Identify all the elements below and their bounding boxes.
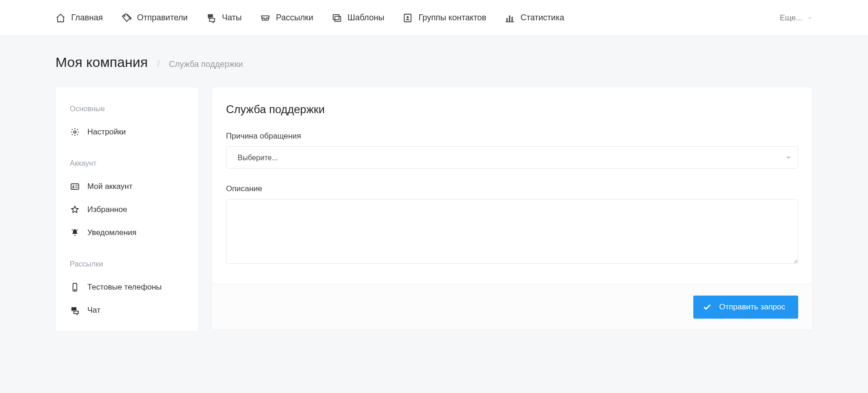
home-icon [55, 13, 66, 23]
svg-point-0 [124, 15, 125, 16]
nav-more[interactable]: Еще... [780, 13, 813, 23]
sidebar-item-chat[interactable]: Чат [56, 299, 198, 322]
svg-rect-10 [71, 184, 79, 189]
sidebar-item-test-phones[interactable]: Тестовые телефоны [56, 276, 198, 299]
sidebar-item-label: Настройки [87, 127, 126, 137]
sidebar-item-label: Тестовые телефоны [87, 283, 162, 292]
top-nav: Главная Отправители Чаты Рассылки Шаблон [55, 13, 564, 23]
sidebar-item-notifications[interactable]: Уведомления [56, 221, 198, 244]
nav-label: Главная [71, 13, 103, 23]
description-textarea[interactable] [226, 199, 798, 264]
sidebar-section-main: Основные [56, 100, 198, 121]
layout: Основные Настройки Аккаунт Мой аккаунт [55, 87, 813, 332]
nav-chats[interactable]: Чаты [206, 13, 242, 23]
bell-icon [70, 228, 80, 238]
sidebar-item-label: Уведомления [87, 228, 136, 237]
content-footer: Отправить запрос [212, 284, 812, 330]
content-title: Служба поддержки [226, 103, 798, 116]
svg-rect-13 [75, 187, 78, 187]
svg-point-4 [407, 16, 409, 18]
nav-label: Шаблоны [348, 13, 385, 23]
chat-icon [70, 305, 80, 315]
svg-rect-5 [507, 18, 508, 21]
top-bar: Главная Отправители Чаты Рассылки Шаблон [0, 0, 868, 36]
check-icon [703, 302, 712, 312]
svg-rect-8 [506, 21, 514, 22]
sidebar-section-mailings: Рассылки [56, 255, 198, 276]
nav-senders[interactable]: Отправители [122, 13, 188, 23]
sidebar-item-label: Чат [87, 306, 100, 315]
gear-icon [70, 127, 80, 137]
breadcrumb-current: Служба поддержки [169, 60, 243, 69]
nav-home[interactable]: Главная [55, 13, 103, 23]
nav-label: Чаты [222, 13, 242, 23]
nav-statistics[interactable]: Статистика [505, 13, 564, 23]
reason-select-wrap: Выберите... [226, 146, 798, 169]
description-label: Описание [226, 184, 798, 193]
tags-icon [122, 13, 132, 23]
star-icon [70, 205, 80, 215]
nav-label: Отправители [137, 13, 188, 23]
svg-point-9 [74, 131, 76, 133]
nav-label: Группы контактов [418, 13, 486, 23]
contacts-icon [403, 13, 413, 23]
sidebar-item-settings[interactable]: Настройки [56, 121, 198, 144]
id-card-icon [70, 181, 80, 192]
svg-rect-1 [333, 14, 339, 19]
breadcrumb: Моя компания / Служба поддержки [55, 54, 813, 70]
nav-mailings[interactable]: Рассылки [260, 13, 313, 23]
submit-button[interactable]: Отправить запрос [693, 296, 798, 319]
reason-select[interactable]: Выберите... [226, 146, 798, 169]
page-title: Моя компания [55, 54, 148, 70]
chevron-down-icon [807, 15, 813, 21]
page: Моя компания / Служба поддержки Основные… [0, 36, 868, 359]
templates-icon [332, 13, 342, 23]
stats-icon [505, 13, 515, 23]
svg-rect-7 [512, 17, 513, 21]
phone-icon [70, 282, 80, 292]
sidebar-item-label: Избранное [87, 205, 127, 214]
nav-contact-groups[interactable]: Группы контактов [403, 13, 486, 23]
svg-point-15 [74, 290, 75, 290]
chats-icon [206, 13, 216, 23]
sidebar: Основные Настройки Аккаунт Мой аккаунт [55, 87, 199, 332]
reason-label: Причина обращения [226, 132, 798, 141]
svg-rect-6 [509, 15, 510, 21]
nav-label: Рассылки [276, 13, 313, 23]
content-panel: Служба поддержки Причина обращения Выбер… [212, 87, 813, 330]
submit-button-label: Отправить запрос [719, 302, 785, 312]
breadcrumb-separator: / [157, 59, 160, 69]
nav-label: Статистика [520, 13, 564, 23]
inbox-icon [260, 13, 270, 23]
sidebar-section-account: Аккаунт [56, 155, 198, 175]
content-body: Служба поддержки Причина обращения Выбер… [212, 87, 812, 284]
svg-rect-12 [75, 186, 78, 186]
nav-more-label: Еще... [780, 13, 802, 23]
sidebar-item-my-account[interactable]: Мой аккаунт [56, 175, 198, 198]
sidebar-item-label: Мой аккаунт [87, 182, 133, 191]
svg-rect-2 [335, 16, 341, 21]
sidebar-item-favorites[interactable]: Избранное [56, 198, 198, 221]
nav-templates[interactable]: Шаблоны [332, 13, 385, 23]
svg-point-11 [73, 186, 74, 187]
